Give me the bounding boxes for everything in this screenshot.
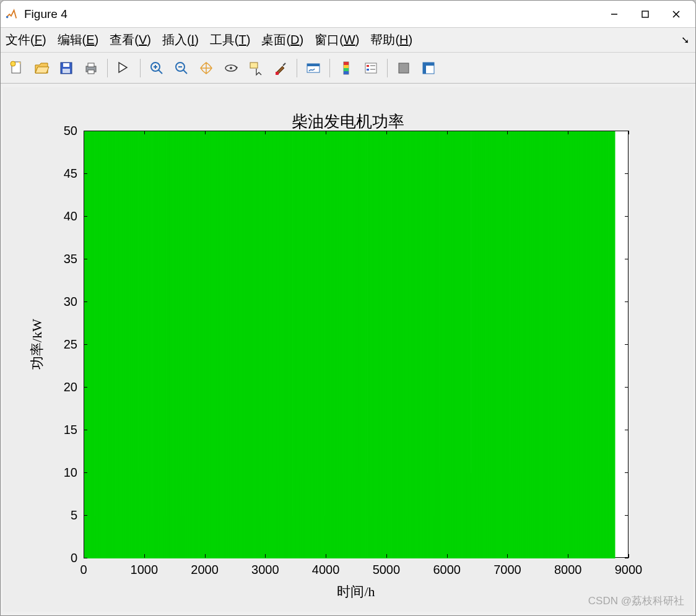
svg-point-22 — [230, 67, 232, 69]
y-tick-label: 30 — [64, 295, 77, 309]
title-bar: Figure 4 — [1, 1, 695, 28]
x-tick-label: 6000 — [433, 563, 461, 577]
x-tick-label: 2000 — [191, 563, 219, 577]
svg-rect-23 — [250, 63, 258, 68]
insert-colorbar-button[interactable] — [334, 56, 359, 80]
print-button[interactable] — [79, 56, 103, 80]
svg-rect-9 — [63, 63, 69, 67]
menu-window[interactable]: 窗口(W) — [315, 32, 359, 48]
menu-insert[interactable]: 插入(I) — [162, 32, 199, 48]
rotate-3d-button[interactable] — [219, 56, 243, 80]
y-tick-label: 45 — [64, 167, 77, 181]
x-tick-label: 4000 — [312, 563, 340, 577]
svg-rect-12 — [88, 63, 94, 67]
svg-rect-2 — [642, 11, 648, 17]
x-tick-label: 8000 — [554, 563, 582, 577]
link-plot-button[interactable] — [301, 56, 326, 80]
svg-rect-28 — [344, 62, 349, 65]
insert-legend-button[interactable] — [359, 56, 383, 80]
chart-title: 柴油发电机功率 — [3, 111, 693, 132]
figure-window: Figure 4 文件(F) 编辑(E) 查看(V) 插入(I) 工具(T) 桌… — [0, 0, 696, 616]
x-tick-label: 5000 — [373, 563, 401, 577]
data-cursor-button[interactable] — [243, 56, 268, 80]
svg-rect-33 — [367, 65, 369, 67]
x-tick-label: 0 — [80, 563, 87, 577]
svg-rect-24 — [276, 72, 279, 75]
x-tick-label: 7000 — [494, 563, 521, 577]
open-file-button[interactable] — [29, 56, 54, 80]
svg-line-15 — [159, 70, 162, 74]
new-figure-button[interactable] — [4, 56, 29, 80]
menu-desktop[interactable]: 桌面(D) — [261, 32, 303, 48]
brush-button[interactable] — [268, 56, 293, 80]
close-button[interactable] — [661, 1, 692, 28]
figure-canvas: 柴油发电机功率 功率/kW 时间/h 010002000300040005000… — [3, 87, 693, 612]
svg-rect-10 — [63, 69, 70, 73]
svg-point-0 — [6, 15, 9, 18]
hide-plot-tools-button[interactable] — [391, 56, 416, 80]
plot-surface[interactable] — [84, 131, 629, 558]
zoom-out-button[interactable] — [169, 56, 194, 80]
axes-box — [84, 131, 629, 558]
svg-rect-13 — [88, 70, 94, 74]
toolbar — [1, 53, 695, 84]
menu-help[interactable]: 帮助(H) — [370, 32, 412, 48]
svg-rect-37 — [399, 63, 409, 73]
menu-bar: 文件(F) 编辑(E) 查看(V) 插入(I) 工具(T) 桌面(D) 窗口(W… — [1, 28, 695, 53]
y-tick-label: 35 — [64, 252, 77, 266]
edit-plot-button[interactable] — [111, 56, 136, 80]
svg-rect-26 — [307, 64, 320, 66]
matlab-icon — [4, 7, 18, 21]
window-controls — [599, 1, 692, 28]
y-tick-label: 5 — [71, 508, 77, 523]
zoom-in-button[interactable] — [144, 56, 169, 80]
svg-rect-30 — [344, 68, 349, 71]
x-tick-label: 3000 — [251, 563, 279, 577]
x-tick-label: 9000 — [615, 563, 643, 577]
y-tick-label: 40 — [64, 209, 77, 223]
minimize-button[interactable] — [599, 1, 630, 28]
x-tick-label: 1000 — [131, 563, 159, 577]
watermark-text: CSDN @荔枝科研社 — [588, 594, 684, 608]
svg-rect-29 — [344, 65, 349, 68]
svg-rect-40 — [423, 63, 426, 74]
menu-file[interactable]: 文件(F) — [6, 32, 46, 48]
menu-tools[interactable]: 工具(T) — [210, 32, 251, 48]
y-tick-label: 10 — [64, 466, 77, 480]
y-tick-label: 15 — [64, 423, 77, 437]
axes[interactable]: 柴油发电机功率 功率/kW 时间/h 010002000300040005000… — [3, 87, 693, 612]
save-button[interactable] — [54, 56, 79, 80]
x-axis-label: 时间/h — [84, 583, 629, 601]
y-tick-label: 25 — [64, 337, 77, 352]
svg-rect-34 — [367, 69, 369, 71]
svg-point-7 — [11, 61, 15, 66]
menu-edit[interactable]: 编辑(E) — [58, 32, 99, 48]
svg-rect-31 — [344, 71, 349, 74]
y-tick-label: 50 — [64, 124, 77, 138]
y-tick-label: 20 — [64, 380, 77, 394]
window-title: Figure 4 — [24, 7, 599, 21]
maximize-button[interactable] — [630, 1, 661, 28]
svg-line-19 — [183, 70, 187, 74]
y-tick-label: 0 — [71, 551, 77, 565]
pan-button[interactable] — [194, 56, 219, 80]
menu-view[interactable]: 查看(V) — [110, 32, 151, 48]
y-axis-label: 功率/kW — [28, 131, 46, 558]
show-plot-tools-button[interactable] — [416, 56, 441, 80]
svg-rect-32 — [365, 63, 376, 73]
dock-arrow-icon[interactable]: ➘ — [681, 34, 689, 46]
